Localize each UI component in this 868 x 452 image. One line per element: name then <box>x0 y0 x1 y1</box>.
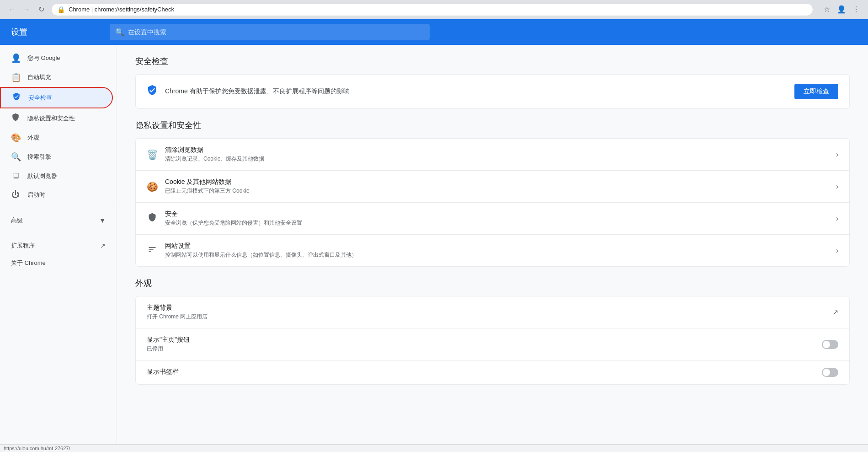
external-icon-1: ↗ <box>832 308 838 317</box>
theme-content: 主题背景 打开 Chrome 网上应用店 <box>147 304 832 321</box>
privacy-icon <box>11 113 20 124</box>
search-bar[interactable]: 🔍 <box>110 24 430 40</box>
external-link-icon: ↗ <box>100 242 106 249</box>
homepage-button-title: 显示"主页"按钮 <box>147 336 822 344</box>
search-nav-icon: 🔍 <box>11 152 20 162</box>
search-input[interactable] <box>128 28 424 36</box>
sidebar-item-appearance[interactable]: 🎨 外观 <box>0 128 113 147</box>
shield-check-icon <box>12 92 21 103</box>
browser-icon: 🖥 <box>11 171 20 181</box>
address-text: Chrome | chrome://settings/safetyCheck <box>69 6 174 13</box>
site-settings-row[interactable]: 网站设置 控制网站可以使用和显示什么信息（如位置信息、摄像头、弹出式窗口及其他）… <box>136 235 849 266</box>
cookies-title: Cookie 及其他网站数据 <box>165 178 829 186</box>
sidebar-extensions[interactable]: 扩展程序 ↗ <box>0 237 117 254</box>
sidebar: 👤 您与 Google 📋 自动填充 安全检查 隐私设置和安全性 🎨 外观 🔍 … <box>0 45 117 452</box>
bookmarks-bar-content: 显示书签栏 <box>147 368 822 377</box>
advanced-label: 高级 <box>11 216 23 225</box>
arrow-right-icon-4: › <box>836 247 838 255</box>
sidebar-item-privacy[interactable]: 隐私设置和安全性 <box>0 108 113 128</box>
clear-browsing-data-subtitle: 清除浏览记录、Cookie、缓存及其他数据 <box>165 155 829 163</box>
bookmarks-bar-title: 显示书签栏 <box>147 368 822 376</box>
arrow-right-icon-3: › <box>836 215 838 223</box>
homepage-button-subtitle: 已停用 <box>147 345 822 353</box>
appearance-card: 主题背景 打开 Chrome 网上应用店 ↗ 显示"主页"按钮 已停用 显示书签… <box>135 296 850 385</box>
extensions-inner: 扩展程序 <box>11 242 35 250</box>
sidebar-item-label: 外观 <box>27 134 39 142</box>
privacy-card: 🗑️ 清除浏览数据 清除浏览记录、Cookie、缓存及其他数据 › 🍪 Cook… <box>135 138 850 267</box>
shield-blue-icon <box>147 85 158 98</box>
security-row[interactable]: 安全 安全浏览（保护您免受危险网站的侵害）和其他安全设置 › <box>136 203 849 235</box>
homepage-button-content: 显示"主页"按钮 已停用 <box>147 336 822 353</box>
cookie-icon: 🍪 <box>147 181 158 192</box>
site-settings-icon <box>147 245 158 256</box>
arrow-right-icon-2: › <box>836 183 838 191</box>
content-area: 安全检查 Chrome 有助于保护您免受数据泄露、不良扩展程序等问题的影响 立即… <box>117 45 868 452</box>
sidebar-item-default-browser[interactable]: 🖥 默认浏览器 <box>0 167 113 185</box>
lock-icon <box>147 213 158 224</box>
cookies-row[interactable]: 🍪 Cookie 及其他网站数据 已阻止无痕模式下的第三方 Cookie › <box>136 171 849 203</box>
arrow-right-icon-1: › <box>836 151 838 159</box>
theme-row[interactable]: 主题背景 打开 Chrome 网上应用店 ↗ <box>136 296 849 328</box>
app-header: 设置 🔍 <box>0 19 868 45</box>
sidebar-advanced[interactable]: 高级 ▼ <box>0 212 117 229</box>
security-title: 安全 <box>165 210 829 218</box>
appearance-section-title: 外观 <box>135 278 850 289</box>
address-bar[interactable]: 🔒 Chrome | chrome://settings/safetyCheck <box>51 3 813 16</box>
nav-buttons: ← → ↻ <box>5 3 48 16</box>
bookmark-button[interactable]: ☆ <box>820 3 833 16</box>
reload-button[interactable]: ↻ <box>35 3 48 16</box>
site-settings-title: 网站设置 <box>165 242 829 250</box>
sidebar-item-label: 自动填充 <box>27 73 51 81</box>
bookmarks-bar-row: 显示书签栏 <box>136 361 849 384</box>
security-subtitle: 安全浏览（保护您免受危险网站的侵害）和其他安全设置 <box>165 219 829 227</box>
about-chrome-label: 关于 Chrome <box>11 259 46 267</box>
sidebar-item-label: 安全检查 <box>28 94 52 102</box>
homepage-button-row: 显示"主页"按钮 已停用 <box>136 328 849 361</box>
person-icon: 👤 <box>11 53 20 63</box>
menu-button[interactable]: ⋮ <box>850 3 863 16</box>
safety-check-description: Chrome 有助于保护您免受数据泄露、不良扩展程序等问题的影响 <box>165 87 787 96</box>
clear-browsing-data-title: 清除浏览数据 <box>165 146 829 154</box>
safety-check-button[interactable]: 立即检查 <box>794 84 838 99</box>
sidebar-divider-2 <box>0 233 117 233</box>
back-button[interactable]: ← <box>5 3 18 16</box>
extensions-label: 扩展程序 <box>11 242 35 250</box>
secure-icon: 🔒 <box>57 6 65 13</box>
forward-button[interactable]: → <box>20 3 33 16</box>
privacy-section-title: 隐私设置和安全性 <box>135 120 850 131</box>
browser-chrome: ← → ↻ 🔒 Chrome | chrome://settings/safet… <box>0 0 868 19</box>
sidebar-item-label: 隐私设置和安全性 <box>27 114 75 123</box>
profile-button[interactable]: 👤 <box>835 3 848 16</box>
cookies-content: Cookie 及其他网站数据 已阻止无痕模式下的第三方 Cookie <box>165 178 829 195</box>
safety-check-card: Chrome 有助于保护您免受数据泄露、不良扩展程序等问题的影响 立即检查 <box>135 74 850 109</box>
sidebar-item-autofill[interactable]: 📋 自动填充 <box>0 68 113 87</box>
sidebar-item-label: 启动时 <box>27 191 45 199</box>
clear-browsing-data-row[interactable]: 🗑️ 清除浏览数据 清除浏览记录、Cookie、缓存及其他数据 › <box>136 139 849 171</box>
chevron-down-icon: ▼ <box>99 217 106 224</box>
browser-actions: ☆ 👤 ⋮ <box>820 3 863 16</box>
cookies-subtitle: 已阻止无痕模式下的第三方 Cookie <box>165 187 829 195</box>
theme-title: 主题背景 <box>147 304 832 312</box>
security-content: 安全 安全浏览（保护您免受危险网站的侵害）和其他安全设置 <box>165 210 829 227</box>
theme-subtitle: 打开 Chrome 网上应用店 <box>147 313 832 321</box>
sidebar-item-startup[interactable]: ⏻ 启动时 <box>0 185 113 204</box>
search-icon: 🔍 <box>115 28 124 37</box>
app-title: 设置 <box>11 27 102 38</box>
clear-browsing-data-content: 清除浏览数据 清除浏览记录、Cookie、缓存及其他数据 <box>165 146 829 163</box>
sidebar-divider <box>0 208 117 208</box>
sidebar-item-label: 您与 Google <box>27 54 60 62</box>
sidebar-item-safety-check[interactable]: 安全检查 <box>0 87 113 108</box>
sidebar-item-search[interactable]: 🔍 搜索引擎 <box>0 147 113 167</box>
homepage-button-toggle[interactable] <box>822 340 838 349</box>
bookmarks-bar-toggle[interactable] <box>822 368 838 377</box>
sidebar-item-about[interactable]: 关于 Chrome <box>0 254 113 272</box>
sidebar-item-google-account[interactable]: 👤 您与 Google <box>0 48 113 68</box>
site-settings-subtitle: 控制网站可以使用和显示什么信息（如位置信息、摄像头、弹出式窗口及其他） <box>165 251 829 259</box>
palette-icon: 🎨 <box>11 133 20 143</box>
sidebar-item-label: 默认浏览器 <box>27 172 57 180</box>
safety-check-section-title: 安全检查 <box>135 56 850 67</box>
autofill-icon: 📋 <box>11 72 20 82</box>
sidebar-item-label: 搜索引擎 <box>27 153 51 161</box>
safety-check-row: Chrome 有助于保护您免受数据泄露、不良扩展程序等问题的影响 立即检查 <box>136 75 849 108</box>
trash-icon: 🗑️ <box>147 149 158 160</box>
